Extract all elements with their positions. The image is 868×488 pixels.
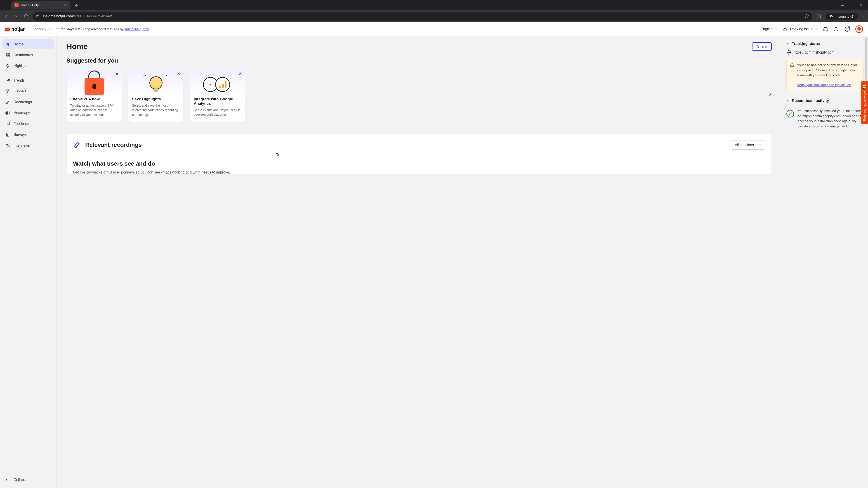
tabs-dropdown-icon[interactable] [2,1,10,9]
chevron-down-icon: ▼ [759,144,761,147]
user-avatar[interactable] [855,25,863,33]
tracking-issue-dropdown[interactable]: Tracking issue ▼ [783,26,817,32]
tab-strip: Home - Hotjar ✕ ＋ — ❐ ✕ [0,0,868,10]
site-management-link[interactable]: site management [821,124,847,128]
suggestion-cards: ✕ Enable 2FA now Two-factor authenticati… [66,68,772,122]
svg-rect-10 [6,54,7,55]
svg-point-25 [8,144,9,145]
svg-point-18 [6,111,9,114]
feedback-side-tab[interactable]: Rate your experience 💬 [861,81,868,124]
browser-tab[interactable]: Home - Hotjar ✕ [11,1,70,9]
carousel-next-icon[interactable] [768,92,773,98]
right-rail: ▼ Tracking status https://admin.shopify.… [782,36,868,488]
card-save-highlights[interactable]: ✕ Save Highlights Select and save the mo… [128,68,184,122]
close-window-icon[interactable]: ✕ [860,3,863,7]
hotjar-favicon [14,3,19,7]
sidebar-item-label: Funnels [13,89,26,93]
sidebar-collapse-button[interactable]: Collapse [2,475,54,485]
tab-title: Home - Hotjar [21,3,62,7]
sidebar-item-label: Trends [13,78,25,83]
hotjar-logo-text: hotjar [11,26,25,32]
team-activity-toggle[interactable]: ▼ Recent team activity [786,98,864,103]
new-tab-button[interactable]: ＋ [74,2,79,8]
card-body: Two-factor authentication (2FA) adds an … [70,103,118,117]
check-circle-icon [786,110,794,118]
site-info-icon[interactable] [36,14,40,19]
hotjar-logo[interactable]: hotjar [5,26,25,32]
tracked-site-url: https://admin.shopify.com [786,50,864,55]
sidebar-item-dashboards[interactable]: Dashboards [2,50,54,60]
sidebar-item-recordings[interactable]: Recordings [2,97,54,107]
trial-banner: 11 trial days left - keep advanced featu… [56,27,149,31]
side-panel-icon[interactable] [815,13,822,20]
close-tab-icon[interactable]: ✕ [64,3,67,7]
svg-point-14 [6,64,9,67]
sidebar-item-label: Feedback [13,122,29,126]
maximize-icon[interactable]: ❐ [850,3,854,7]
sidebar-item-funnels[interactable]: Funnels [2,86,54,96]
activity-item: You successfully installed your Hotjar s… [786,108,864,129]
chevron-down-icon: ▼ [49,28,51,31]
tracking-status-toggle[interactable]: ▼ Tracking status [786,41,864,46]
bookmark-icon[interactable] [804,13,809,19]
tracking-alert: Your site has not sent any data to Hotja… [786,59,864,91]
minimize-icon[interactable]: — [841,3,844,7]
sidebar-item-feedback[interactable]: Feedback [2,119,54,129]
url-bar[interactable]: insights.hotjar.com/sites/3814994/overvi… [33,12,812,21]
sidebar-item-trends[interactable]: Trends [2,75,54,86]
sidebar-item-label: Surveys [13,133,27,137]
language-selector[interactable]: English ▼ [761,27,777,31]
browser-chrome: Home - Hotjar ✕ ＋ — ❐ ✕ insights.hotjar.… [0,0,868,22]
sidebar-item-label: Highlights [13,64,29,68]
watch-title: Watch what users see and do [73,160,765,167]
chevron-down-icon: ▼ [815,28,817,31]
subscribe-link[interactable]: subscribing now [125,27,149,31]
close-icon[interactable]: ✕ [177,71,181,76]
recordings-icon [73,141,81,149]
app-body: Home Dashboards Highlights Trends Funnel… [0,36,868,488]
chat-icon: 💬 [862,85,867,89]
card-google-analytics[interactable]: ✕ Integrate with Google Analytics Share … [190,68,245,122]
warning-icon [790,63,794,69]
close-icon[interactable]: ✕ [115,71,119,76]
chevron-down-icon: ▼ [786,42,789,45]
card-enable-2fa[interactable]: ✕ Enable 2FA now Two-factor authenticati… [66,68,122,122]
incognito-indicator[interactable]: Incognito (2) [825,13,858,20]
sidebar-item-label: Recordings [13,100,32,104]
invite-user-icon[interactable] [834,26,839,32]
main-content: Home Share Suggested for you ✕ Enable 2F… [57,36,782,488]
browser-menu-icon[interactable]: ⋮ [861,14,865,19]
sidebar-item-label: Dashboards [13,53,33,57]
globe-icon [786,50,791,55]
watch-body: Get live playbacks of full user journeys… [73,170,765,174]
sidebar-item-heatmaps[interactable]: Heatmaps [2,108,54,118]
back-button[interactable] [3,13,9,20]
reload-button[interactable] [23,13,29,20]
suggested-title: Suggested for you [66,57,772,64]
forward-button[interactable] [13,13,20,20]
card-title: Integrate with Google Analytics [194,97,241,106]
svg-rect-0 [36,15,39,17]
svg-marker-2 [805,14,809,18]
close-icon[interactable]: ✕ [239,71,242,76]
site-selector[interactable]: shopify ▼ [35,27,51,31]
help-icon[interactable] [844,26,850,32]
integrations-icon[interactable] [823,26,828,32]
sidebar-item-highlights[interactable]: Highlights [2,61,54,71]
sidebar-item-label: Heatmaps [13,111,30,115]
sidebar-item-label: Interviews [13,143,30,148]
lock-icon [70,72,118,97]
page-title: Home [66,42,88,51]
share-button[interactable]: Share [752,42,772,51]
chevron-down-icon: ▼ [775,28,777,31]
sidebar-item-surveys[interactable]: Surveys [2,130,54,140]
verify-tracking-link[interactable]: Verify your tracking code installation [797,83,860,88]
svg-rect-3 [817,15,820,18]
sidebar-item-home[interactable]: Home [2,39,54,49]
sidebar-item-interviews[interactable]: Interviews [2,140,54,151]
card-body: Share events and Hotjar user IDs between… [194,108,241,117]
svg-point-24 [6,144,7,145]
sessions-filter[interactable]: All sessions ▼ [731,140,765,150]
svg-point-9 [847,30,847,30]
svg-rect-11 [8,54,9,55]
